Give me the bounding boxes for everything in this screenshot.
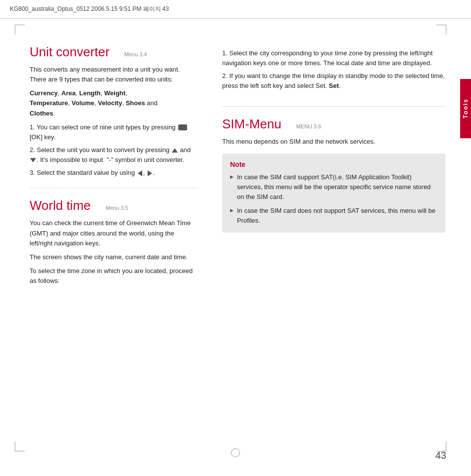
section-divider: [30, 188, 197, 188]
note-box: Note In case the SIM card support SAT(i.…: [222, 154, 445, 233]
world-time-para3: To select the time zone in which you are…: [30, 266, 197, 286]
sim-menu-intro: This menu depends on SIM and the network…: [222, 137, 445, 147]
world-time-step-list: 1. Select the city corresponding to your…: [222, 48, 445, 91]
sim-menu-header: SIM-Menu MENU 3.6: [222, 117, 445, 132]
world-time-menu-label: Menu 3.5: [106, 205, 128, 211]
list-item: 1. Select the city corresponding to your…: [222, 48, 445, 68]
list-item: 3. Select the standard value by using , …: [30, 168, 197, 178]
page-number: 43: [435, 450, 446, 461]
unit-converter-intro: This converts any measurement into a uni…: [30, 65, 197, 84]
main-content: Unit converter Menu 3.4 This converts an…: [0, 30, 460, 446]
sim-menu-section: SIM-Menu MENU 3.6 This menu depends on S…: [222, 117, 445, 233]
header-text: KG800_australia_Optus_0512 2006.5.15 9:5…: [10, 5, 169, 13]
side-tab-label: Tools: [462, 98, 469, 119]
unit-converter-title: Unit converter: [30, 44, 110, 60]
and-text: and: [180, 146, 191, 154]
world-time-section: World time Menu 3.5 You can check the cu…: [30, 198, 197, 286]
tools-side-tab: Tools: [460, 79, 471, 138]
list-item: 1. You can select one of nine unit types…: [30, 122, 197, 142]
world-time-header: World time Menu 3.5: [30, 198, 197, 213]
unit-converter-steps: 1. You can select one of nine unit types…: [30, 122, 197, 178]
section-divider-right: [222, 106, 445, 107]
right-column: 1. Select the city corresponding to your…: [212, 30, 460, 446]
left-column: Unit converter Menu 3.4 This converts an…: [0, 30, 212, 446]
list-item: 2. Select the unit you want to convert b…: [30, 145, 197, 165]
nav-down-icon: [30, 158, 36, 162]
world-time-para1: You can check the current time of Greenw…: [30, 218, 197, 248]
unit-converter-types: Currency, Area, Length, Weight, Temperat…: [30, 88, 197, 118]
header-bar: KG800_australia_Optus_0512 2006.5.15 9:5…: [0, 0, 471, 19]
ok-key-icon: [178, 124, 187, 130]
sim-menu-label: MENU 3.6: [296, 123, 321, 129]
world-time-para2: The screen shows the city name, current …: [30, 252, 197, 262]
unit-converter-header: Unit converter Menu 3.4: [30, 44, 197, 60]
nav-left-icon: [138, 170, 142, 176]
note-item-2: In case the SIM card does not support SA…: [230, 206, 437, 226]
world-time-title: World time: [30, 198, 91, 213]
nav-right-icon: [148, 170, 152, 176]
unit-converter-section: Unit converter Menu 3.4 This converts an…: [30, 44, 197, 178]
unit-converter-menu-label: Menu 3.4: [124, 51, 147, 57]
sim-menu-title: SIM-Menu: [222, 117, 281, 132]
world-time-steps: 1. Select the city corresponding to your…: [222, 48, 445, 91]
note-title: Note: [230, 160, 437, 168]
center-circle: [231, 448, 240, 457]
note-item-1: In case the SIM card support SAT(i.e. SI…: [230, 172, 437, 202]
list-item: 2. If you want to change the time displa…: [222, 71, 445, 91]
